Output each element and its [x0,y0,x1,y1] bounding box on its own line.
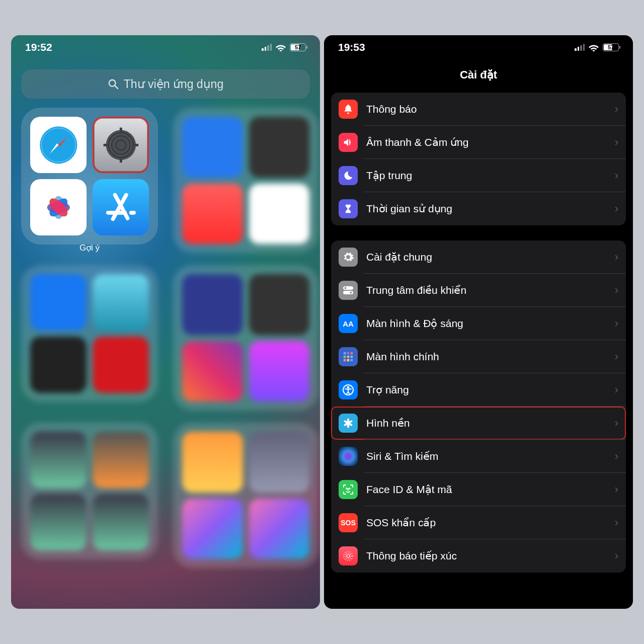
signal-icon [262,44,272,51]
row-label: Trợ năng [366,384,615,396]
search-icon [108,78,119,90]
siri-icon [339,447,358,466]
svg-line-1 [115,86,118,89]
chevron-right-icon: › [615,483,618,496]
status-bar: 19:53 57 [324,35,633,55]
row-label: Siri & Tìm kiếm [366,450,615,462]
folder-blurred[interactable] [21,423,158,559]
row-sounds[interactable]: Âm thanh & Cảm ứng › [331,126,626,159]
chevron-right-icon: › [615,417,618,430]
row-display[interactable]: AA Màn hình & Độ sáng › [331,307,626,340]
row-label: Tập trung [366,170,615,182]
chevron-right-icon: › [615,350,618,363]
app-library-search[interactable]: Thư viện ứng dụng [21,69,310,99]
row-label: SOS khẩn cấp [366,517,615,529]
status-time: 19:52 [25,41,52,53]
row-label: Hình nền [366,417,615,429]
svg-rect-13 [134,144,138,146]
row-faceid[interactable]: Face ID & Mật mã › [331,473,626,506]
photos-app-icon[interactable] [30,179,87,235]
wifi-icon [589,44,599,51]
chevron-right-icon: › [615,136,618,149]
row-siri[interactable]: Siri & Tìm kiếm › [331,440,626,473]
svg-rect-31 [347,352,350,355]
row-label: Thông báo [366,103,615,115]
wifi-icon [276,44,286,51]
svg-rect-33 [344,356,346,358]
row-notifications[interactable]: Thông báo › [331,93,626,126]
row-label: Màn hình chính [366,351,615,363]
flower-icon [339,414,358,433]
search-placeholder: Thư viện ứng dụng [124,77,223,91]
status-time: 19:53 [338,41,365,53]
chevron-right-icon: › [615,317,618,330]
svg-rect-35 [351,356,353,358]
person-icon [339,380,358,399]
svg-rect-30 [344,352,346,355]
svg-point-49 [349,488,350,489]
row-label: Cài đặt chung [366,251,615,263]
svg-rect-36 [344,359,346,362]
toggle-icon [339,281,358,300]
row-homescreen[interactable]: Màn hình chính › [331,340,626,373]
svg-point-50 [347,554,350,557]
chevron-right-icon: › [615,450,618,463]
row-label: Thời gian sử dụng [366,203,615,215]
row-screentime[interactable]: Thời gian sử dụng › [331,192,626,225]
row-label: Face ID & Mật mã [366,484,615,496]
battery-icon: 57 [290,43,306,51]
settings-screen: 19:53 57 Cài đặt Thông báo › Âm thanh & … [324,35,633,609]
aa-icon: AA [339,314,358,333]
chevron-right-icon: › [615,383,618,396]
row-exposure[interactable]: Thông báo tiếp xúc › [331,539,626,573]
chevron-right-icon: › [615,103,618,116]
grid-icon [339,347,358,366]
chevron-right-icon: › [615,516,618,529]
row-label: Thông báo tiếp xúc [366,550,615,562]
status-bar: 19:52 57 [11,35,320,55]
speaker-icon [339,133,358,152]
svg-point-27 [345,287,347,289]
row-general[interactable]: Cài đặt chung › [331,240,626,274]
appstore-app-icon[interactable] [93,179,149,235]
row-wallpaper[interactable]: Hình nền › [331,407,626,440]
svg-rect-38 [351,359,353,362]
face-icon [339,480,358,499]
safari-app-icon[interactable] [30,117,87,173]
suggestions-label: Gợi ý [21,243,158,253]
svg-rect-34 [347,356,350,358]
svg-point-51 [345,553,351,559]
svg-rect-11 [120,158,122,162]
battery-icon: 57 [603,43,619,51]
suggestions-folder[interactable] [21,108,158,245]
folder-blurred[interactable] [173,108,318,253]
app-library-screen: 19:52 57 Thư viện ứng dụng [11,35,320,609]
settings-app-icon[interactable] [93,117,149,173]
row-accessibility[interactable]: Trợ năng › [331,373,626,407]
exposure-icon [339,546,358,566]
moon-icon [339,166,358,185]
gear-icon [339,248,358,267]
folder-blurred[interactable] [173,265,318,411]
svg-point-48 [346,488,347,489]
row-label: Âm thanh & Cảm ứng [366,136,615,148]
sos-icon: SOS [339,513,358,532]
bell-icon [339,100,358,119]
folder-blurred[interactable] [21,265,158,402]
svg-rect-10 [120,127,122,131]
row-label: Trung tâm điều khiển [366,284,615,296]
hourglass-icon [339,199,358,218]
row-sos[interactable]: SOS SOS khẩn cấp › [331,506,626,539]
row-control-center[interactable]: Trung tâm điều khiển › [331,274,626,307]
svg-point-6 [106,130,136,160]
row-focus[interactable]: Tập trung › [331,159,626,192]
row-label: Màn hình & Độ sáng [366,317,615,330]
svg-point-29 [350,292,352,294]
settings-section-1: Thông báo › Âm thanh & Cảm ứng › Tập tru… [331,93,626,225]
chevron-right-icon: › [615,169,618,182]
folder-blurred[interactable] [173,423,318,568]
svg-point-0 [109,80,116,87]
chevron-right-icon: › [615,251,618,264]
svg-rect-12 [103,144,107,146]
settings-section-2: Cài đặt chung › Trung tâm điều khiển › A… [331,240,626,573]
